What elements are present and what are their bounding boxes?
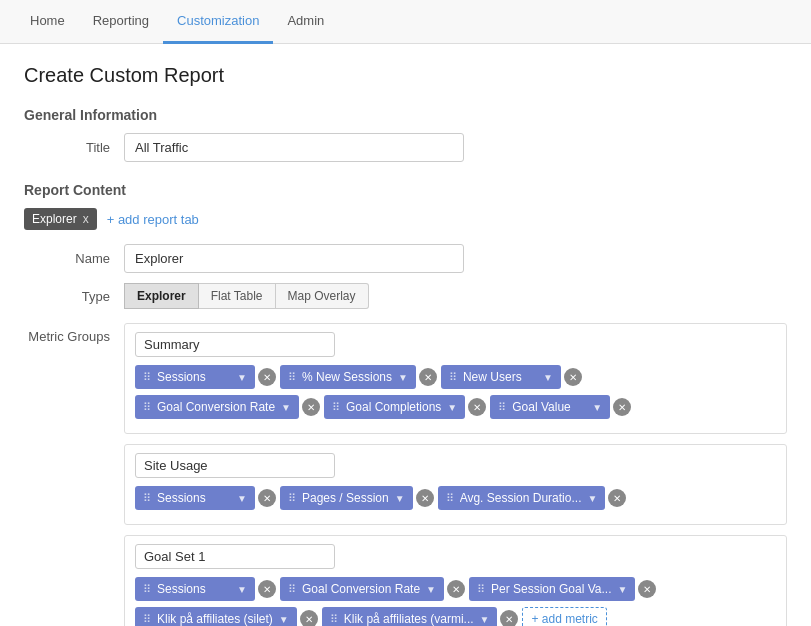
- chip-pages-per-session: ⠿ Pages / Session ▼ ✕: [280, 486, 434, 510]
- metric-group-summary: ⠿ Sessions ▼ ✕ ⠿ % New Sessions ▼: [124, 323, 787, 434]
- drag-handle-gc: ⠿: [332, 401, 340, 414]
- chip-goal-conversion-rate: ⠿ Goal Conversion Rate ▼ ✕: [135, 395, 320, 419]
- chip-label-sessions-gs1: Sessions: [157, 582, 231, 596]
- chip-arrow-ka2[interactable]: ▼: [480, 614, 490, 625]
- remove-ka1[interactable]: ✕: [300, 610, 318, 626]
- name-label: Name: [24, 251, 124, 266]
- metric-chip-new-users[interactable]: ⠿ New Users ▼: [441, 365, 561, 389]
- metric-chip-sessions-gs1[interactable]: ⠿ Sessions ▼: [135, 577, 255, 601]
- explorer-tab-chip[interactable]: Explorer x: [24, 208, 97, 230]
- nav-reporting[interactable]: Reporting: [79, 0, 163, 44]
- drag-handle-pct-new-sessions: ⠿: [288, 371, 296, 384]
- name-field-row: Name: [24, 244, 787, 273]
- group-name-site-usage[interactable]: [135, 453, 335, 478]
- remove-psgv[interactable]: ✕: [638, 580, 656, 598]
- remove-sessions-gs1[interactable]: ✕: [258, 580, 276, 598]
- remove-asd[interactable]: ✕: [608, 489, 626, 507]
- remove-gc[interactable]: ✕: [468, 398, 486, 416]
- metric-chip-avg-session-duration[interactable]: ⠿ Avg. Session Duratio... ▼: [438, 486, 606, 510]
- type-btn-explorer[interactable]: Explorer: [124, 283, 199, 309]
- remove-ka2[interactable]: ✕: [500, 610, 518, 626]
- drag-handle-gcr: ⠿: [143, 401, 151, 414]
- chip-arrow-gc[interactable]: ▼: [447, 402, 457, 413]
- metric-groups-section: Metric Groups ⠿ Sessions ▼ ✕: [24, 323, 787, 626]
- report-tabs-row: Explorer x + add report tab: [24, 208, 787, 230]
- remove-gv[interactable]: ✕: [613, 398, 631, 416]
- chip-new-users: ⠿ New Users ▼ ✕: [441, 365, 582, 389]
- metric-chip-pages-per-session[interactable]: ⠿ Pages / Session ▼: [280, 486, 413, 510]
- explorer-tab-close[interactable]: x: [83, 212, 89, 226]
- chip-arrow-psgv[interactable]: ▼: [617, 584, 627, 595]
- title-label: Title: [24, 140, 124, 155]
- drag-handle-gv: ⠿: [498, 401, 506, 414]
- metric-chip-per-session-goal[interactable]: ⠿ Per Session Goal Va... ▼: [469, 577, 635, 601]
- drag-handle-pps: ⠿: [288, 492, 296, 505]
- main-content: Create Custom Report General Information…: [0, 44, 811, 626]
- drag-handle-ka1: ⠿: [143, 613, 151, 626]
- chip-klik-affiliates-2: ⠿ Klik på affiliates (varmi... ▼ ✕: [322, 607, 519, 626]
- metric-group-site-usage: ⠿ Sessions ▼ ✕ ⠿ Pages / Session ▼: [124, 444, 787, 525]
- chip-goal-completions: ⠿ Goal Completions ▼ ✕: [324, 395, 486, 419]
- chip-arrow-new-users[interactable]: ▼: [543, 372, 553, 383]
- metric-chip-pct-new-sessions[interactable]: ⠿ % New Sessions ▼: [280, 365, 416, 389]
- nav-customization[interactable]: Customization: [163, 0, 273, 44]
- nav-home[interactable]: Home: [16, 0, 79, 44]
- remove-pct-new-sessions[interactable]: ✕: [419, 368, 437, 386]
- site-usage-metrics-row1: ⠿ Sessions ▼ ✕ ⠿ Pages / Session ▼: [135, 486, 776, 510]
- metric-chip-klik-affiliates-1[interactable]: ⠿ Klik på affiliates (silet) ▼: [135, 607, 297, 626]
- chip-label-gv: Goal Value: [512, 400, 586, 414]
- metric-chip-sessions[interactable]: ⠿ Sessions ▼: [135, 365, 255, 389]
- type-btn-flat-table[interactable]: Flat Table: [199, 283, 276, 309]
- type-btn-map-overlay[interactable]: Map Overlay: [276, 283, 369, 309]
- remove-pps[interactable]: ✕: [416, 489, 434, 507]
- chip-arrow-gv[interactable]: ▼: [592, 402, 602, 413]
- chip-pct-new-sessions: ⠿ % New Sessions ▼ ✕: [280, 365, 437, 389]
- title-field-row: Title: [24, 133, 787, 162]
- remove-sessions-su[interactable]: ✕: [258, 489, 276, 507]
- remove-gcr[interactable]: ✕: [302, 398, 320, 416]
- metric-chip-goal-conversion-rate[interactable]: ⠿ Goal Conversion Rate ▼: [135, 395, 299, 419]
- chip-sessions: ⠿ Sessions ▼ ✕: [135, 365, 276, 389]
- title-input[interactable]: [124, 133, 464, 162]
- drag-handle-asd: ⠿: [446, 492, 454, 505]
- add-metric-link[interactable]: + add metric: [522, 607, 606, 626]
- chip-arrow-pct-new-sessions[interactable]: ▼: [398, 372, 408, 383]
- metric-chip-goal-completions[interactable]: ⠿ Goal Completions ▼: [324, 395, 465, 419]
- chip-arrow-gcr[interactable]: ▼: [281, 402, 291, 413]
- type-label: Type: [24, 289, 124, 304]
- chip-arrow-sessions-su[interactable]: ▼: [237, 493, 247, 504]
- group-name-goal-set-1[interactable]: [135, 544, 335, 569]
- remove-new-users[interactable]: ✕: [564, 368, 582, 386]
- chip-label-psgv: Per Session Goal Va...: [491, 582, 612, 596]
- drag-handle-new-users: ⠿: [449, 371, 457, 384]
- name-input[interactable]: [124, 244, 464, 273]
- chip-per-session-goal: ⠿ Per Session Goal Va... ▼ ✕: [469, 577, 656, 601]
- summary-metrics-row1: ⠿ Sessions ▼ ✕ ⠿ % New Sessions ▼: [135, 365, 776, 389]
- chip-label-asd: Avg. Session Duratio...: [460, 491, 582, 505]
- chip-arrow-gcr-gs1[interactable]: ▼: [426, 584, 436, 595]
- remove-sessions[interactable]: ✕: [258, 368, 276, 386]
- add-report-tab-link[interactable]: + add report tab: [107, 212, 199, 227]
- chip-label-new-users: New Users: [463, 370, 537, 384]
- chip-arrow-ka1[interactable]: ▼: [279, 614, 289, 625]
- metric-groups-label: Metric Groups: [24, 323, 124, 626]
- chip-goal-value: ⠿ Goal Value ▼ ✕: [490, 395, 631, 419]
- page-title: Create Custom Report: [24, 64, 787, 87]
- metric-chip-gcr-gs1[interactable]: ⠿ Goal Conversion Rate ▼: [280, 577, 444, 601]
- chip-arrow-sessions[interactable]: ▼: [237, 372, 247, 383]
- chip-arrow-pps[interactable]: ▼: [395, 493, 405, 504]
- chip-label-pct-new-sessions: % New Sessions: [302, 370, 392, 384]
- drag-handle-gcr-gs1: ⠿: [288, 583, 296, 596]
- remove-gcr-gs1[interactable]: ✕: [447, 580, 465, 598]
- metric-chip-klik-affiliates-2[interactable]: ⠿ Klik på affiliates (varmi... ▼: [322, 607, 498, 626]
- chip-label-gcr-gs1: Goal Conversion Rate: [302, 582, 420, 596]
- chip-arrow-asd[interactable]: ▼: [587, 493, 597, 504]
- metric-chip-sessions-su[interactable]: ⠿ Sessions ▼: [135, 486, 255, 510]
- chip-label-ka1: Klik på affiliates (silet): [157, 612, 273, 626]
- nav-admin[interactable]: Admin: [273, 0, 338, 44]
- group-name-summary[interactable]: [135, 332, 335, 357]
- goal-set-1-metrics-row2: ⠿ Klik på affiliates (silet) ▼ ✕ ⠿ Klik …: [135, 607, 776, 626]
- metric-chip-goal-value[interactable]: ⠿ Goal Value ▼: [490, 395, 610, 419]
- chip-arrow-sessions-gs1[interactable]: ▼: [237, 584, 247, 595]
- top-navigation: Home Reporting Customization Admin: [0, 0, 811, 44]
